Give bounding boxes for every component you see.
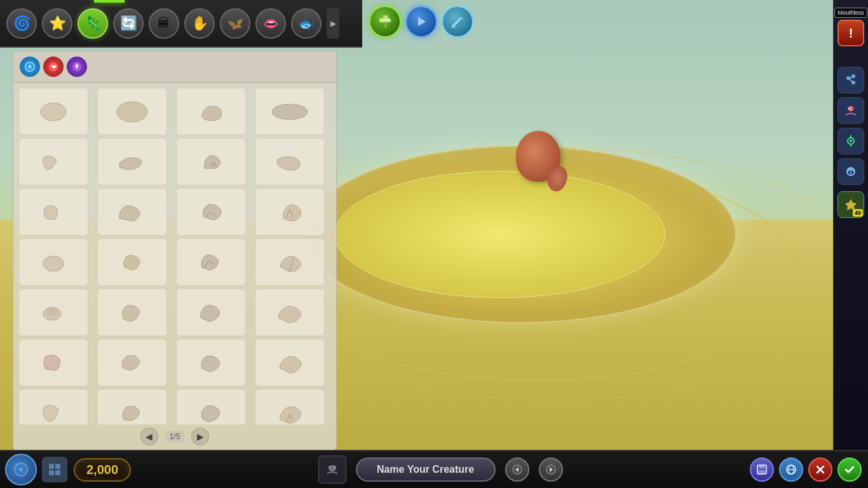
filter-purple[interactable] bbox=[67, 57, 87, 77]
social-icon-3[interactable] bbox=[837, 128, 864, 154]
part-item[interactable] bbox=[97, 288, 167, 336]
filter-red[interactable]: ❤ bbox=[43, 57, 64, 77]
mouthless-label: Mouthless bbox=[834, 8, 867, 18]
part-item[interactable] bbox=[255, 138, 325, 186]
platform-inner bbox=[335, 171, 665, 298]
svg-point-43 bbox=[334, 466, 336, 468]
tool-paint[interactable] bbox=[441, 5, 474, 38]
nav-creature[interactable]: 🦎 bbox=[78, 8, 108, 39]
svg-rect-38 bbox=[55, 464, 60, 469]
bottom-right-controls bbox=[750, 458, 862, 482]
right-panel: Mouthless ! bbox=[833, 0, 868, 488]
warning-button[interactable]: ! bbox=[837, 20, 864, 46]
page-next[interactable]: ▶ bbox=[191, 428, 209, 445]
part-item[interactable] bbox=[18, 188, 88, 236]
part-item[interactable] bbox=[255, 188, 325, 236]
nav-civ[interactable]: 🏛 bbox=[149, 8, 179, 39]
part-item[interactable] bbox=[176, 88, 246, 135]
name-creature-button[interactable]: Name Your Creature bbox=[356, 458, 496, 482]
badge-count: 40 bbox=[853, 209, 863, 217]
part-item[interactable] bbox=[97, 188, 167, 236]
svg-point-7 bbox=[846, 76, 850, 80]
nav-forward-button[interactable] bbox=[539, 458, 563, 482]
top-nav: 🌀 ⭐ 🦎 🔄 🏛 ✋ 🦋 👄 🐟 ▶ bbox=[0, 0, 362, 48]
svg-point-27 bbox=[41, 103, 66, 121]
part-item[interactable] bbox=[176, 238, 246, 286]
svg-rect-40 bbox=[55, 470, 60, 475]
svg-marker-3 bbox=[418, 17, 426, 26]
part-item[interactable] bbox=[255, 238, 325, 286]
tool-edit[interactable] bbox=[369, 5, 402, 38]
filter-row: ❤ bbox=[13, 51, 336, 83]
part-item[interactable] bbox=[97, 389, 167, 424]
part-item[interactable] bbox=[176, 188, 246, 236]
logo-button[interactable] bbox=[5, 454, 37, 485]
nav-grip[interactable]: ✋ bbox=[184, 8, 215, 39]
part-item[interactable] bbox=[255, 389, 325, 424]
creature-select-button[interactable] bbox=[318, 456, 346, 484]
nav-fin[interactable]: 🐟 bbox=[291, 8, 322, 39]
svg-rect-50 bbox=[759, 470, 765, 474]
social-icon-1[interactable] bbox=[837, 67, 864, 93]
part-item[interactable] bbox=[18, 389, 88, 424]
filter-all[interactable] bbox=[20, 57, 40, 77]
svg-point-15 bbox=[850, 140, 852, 142]
nav-tribal[interactable]: 🔄 bbox=[113, 8, 144, 39]
svg-point-29 bbox=[272, 104, 308, 119]
creature-body bbox=[516, 131, 560, 182]
part-item[interactable] bbox=[97, 88, 167, 135]
part-item[interactable] bbox=[97, 339, 167, 386]
nav-scroll-right[interactable]: ▶ bbox=[327, 8, 339, 39]
part-item[interactable] bbox=[255, 339, 325, 386]
svg-point-6 bbox=[452, 24, 456, 28]
bottom-bar: 2,000 Name Your Creature bbox=[0, 450, 868, 488]
svg-rect-37 bbox=[49, 464, 54, 469]
save-button[interactable] bbox=[750, 458, 774, 482]
part-item[interactable] bbox=[18, 88, 88, 135]
svg-rect-49 bbox=[759, 465, 764, 468]
svg-point-36 bbox=[19, 468, 23, 471]
active-tab-indicator bbox=[94, 0, 125, 3]
nav-mouth[interactable]: 👄 bbox=[255, 8, 286, 39]
svg-point-22 bbox=[28, 65, 32, 69]
dna-counter: 2,000 bbox=[74, 458, 131, 482]
part-item[interactable] bbox=[18, 138, 88, 186]
cancel-button[interactable] bbox=[808, 458, 832, 482]
part-item[interactable] bbox=[176, 288, 246, 336]
tool-play[interactable] bbox=[405, 5, 438, 38]
social-icon-4[interactable] bbox=[837, 158, 864, 185]
svg-point-9 bbox=[851, 81, 855, 85]
page-prev[interactable]: ◀ bbox=[140, 428, 158, 445]
part-item[interactable] bbox=[176, 389, 246, 424]
svg-rect-2 bbox=[384, 22, 387, 28]
part-item[interactable] bbox=[255, 288, 325, 336]
creature[interactable] bbox=[516, 131, 560, 182]
nav-back-button[interactable] bbox=[505, 458, 529, 482]
part-item[interactable] bbox=[18, 339, 88, 386]
nav-wing[interactable]: 🦋 bbox=[220, 8, 250, 39]
part-item[interactable] bbox=[18, 288, 88, 336]
svg-point-32 bbox=[46, 307, 58, 316]
part-item[interactable] bbox=[97, 138, 167, 186]
svg-point-42 bbox=[329, 466, 331, 468]
svg-point-30 bbox=[43, 256, 64, 271]
svg-line-11 bbox=[850, 79, 851, 82]
svg-point-28 bbox=[117, 102, 147, 122]
nav-star[interactable]: ⭐ bbox=[42, 8, 72, 39]
page-display: 1/5 bbox=[165, 431, 186, 442]
share-button[interactable] bbox=[779, 458, 803, 482]
center-controls: Name Your Creature bbox=[131, 456, 750, 484]
confirm-button[interactable] bbox=[837, 458, 862, 482]
parts-panel: ❤ bbox=[13, 51, 337, 451]
svg-text:❤: ❤ bbox=[51, 64, 57, 71]
part-item[interactable] bbox=[176, 138, 246, 186]
part-item[interactable] bbox=[97, 238, 167, 286]
part-item[interactable] bbox=[176, 339, 246, 386]
social-icon-2[interactable] bbox=[837, 97, 864, 124]
part-item[interactable] bbox=[255, 88, 325, 135]
grid-view-button[interactable] bbox=[42, 457, 67, 482]
tool-bar bbox=[369, 5, 474, 38]
svg-rect-39 bbox=[49, 470, 54, 475]
nav-cell[interactable]: 🌀 bbox=[6, 8, 37, 39]
part-item[interactable] bbox=[18, 238, 88, 286]
